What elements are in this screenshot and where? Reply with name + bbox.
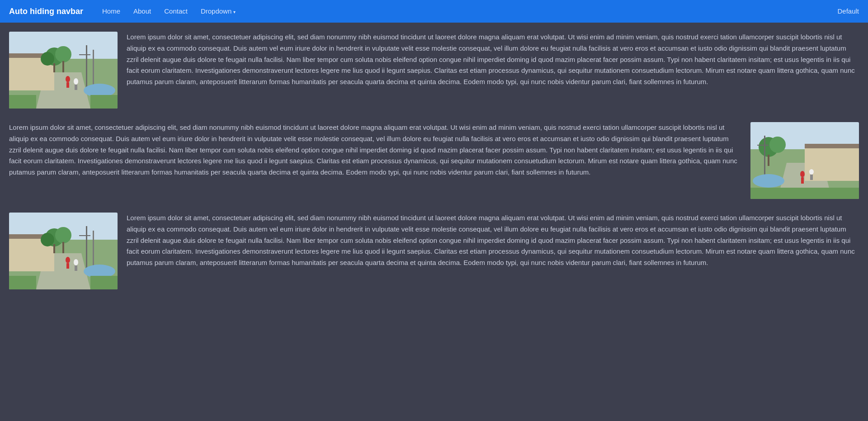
svg-rect-27 [768,155,769,166]
nav-item-home[interactable]: Home [97,2,126,20]
nav-item-dropdown[interactable]: Dropdown ▾ [195,2,241,20]
content-block-2: Lorem ipsum dolor sit amet, consectetuer… [9,122,859,199]
chevron-down-icon: ▾ [233,9,236,14]
nav-link-home[interactable]: Home [97,2,126,20]
svg-point-31 [800,171,805,177]
nav-link-about[interactable]: About [128,2,156,20]
paragraph-2: Lorem ipsum dolor sit amet, consectetuer… [9,122,741,178]
svg-point-16 [74,78,78,85]
navbar-brand: Auto hiding navbar [9,5,83,18]
navbar-nav: Home About Contact Dropdown ▾ [97,2,837,20]
nav-link-contact[interactable]: Contact [159,2,193,20]
svg-rect-46 [86,226,87,271]
svg-rect-44 [53,244,55,253]
svg-rect-18 [9,95,36,109]
svg-rect-11 [79,54,90,55]
navbar-right[interactable]: Default [837,6,859,17]
svg-rect-19 [90,95,118,109]
content-image-3 [9,213,118,289]
svg-rect-15 [66,82,69,88]
svg-rect-29 [757,145,769,146]
svg-rect-45 [62,242,64,253]
content-image-2 [750,122,859,199]
svg-rect-32 [801,177,804,184]
nav-item-about[interactable]: About [128,2,156,20]
paragraph-3: Lorem ipsum dolor sit amet, consectetuer… [127,213,859,269]
main-content: Lorem ipsum dolor sit amet, consectetuer… [0,23,868,312]
content-image-1 [9,32,118,109]
svg-point-50 [66,257,70,263]
svg-rect-24 [805,144,859,148]
svg-point-52 [74,259,78,265]
svg-rect-55 [90,276,118,289]
svg-rect-34 [810,175,813,180]
navbar: Auto hiding navbar Home About Contact Dr… [0,0,868,23]
svg-point-6 [55,46,71,62]
content-block-1: Lorem ipsum dolor sit amet, consectetuer… [9,32,859,109]
svg-rect-53 [75,265,77,271]
svg-point-42 [55,227,71,243]
svg-rect-54 [9,276,36,289]
svg-point-43 [41,233,54,246]
nav-link-dropdown[interactable]: Dropdown ▾ [195,2,241,20]
svg-point-14 [66,76,70,82]
svg-rect-10 [86,45,87,90]
content-text-1: Lorem ipsum dolor sit amet, consectetuer… [127,32,859,88]
default-link[interactable]: Default [837,7,859,15]
svg-point-7 [41,52,54,66]
svg-rect-28 [764,136,765,181]
nav-item-contact[interactable]: Contact [159,2,193,20]
svg-rect-9 [62,61,64,72]
svg-point-30 [753,174,784,188]
svg-point-33 [809,169,814,175]
content-text-2: Lorem ipsum dolor sit amet, consectetuer… [9,122,741,178]
content-block-3: Lorem ipsum dolor sit amet, consectetuer… [9,213,859,289]
svg-rect-35 [750,188,859,199]
svg-rect-17 [75,85,77,90]
svg-rect-51 [66,263,69,269]
paragraph-1: Lorem ipsum dolor sit amet, consectetuer… [127,32,859,88]
svg-point-26 [769,137,786,153]
content-text-3: Lorem ipsum dolor sit amet, consectetuer… [127,213,859,269]
svg-rect-47 [79,235,90,236]
svg-rect-8 [53,63,55,72]
